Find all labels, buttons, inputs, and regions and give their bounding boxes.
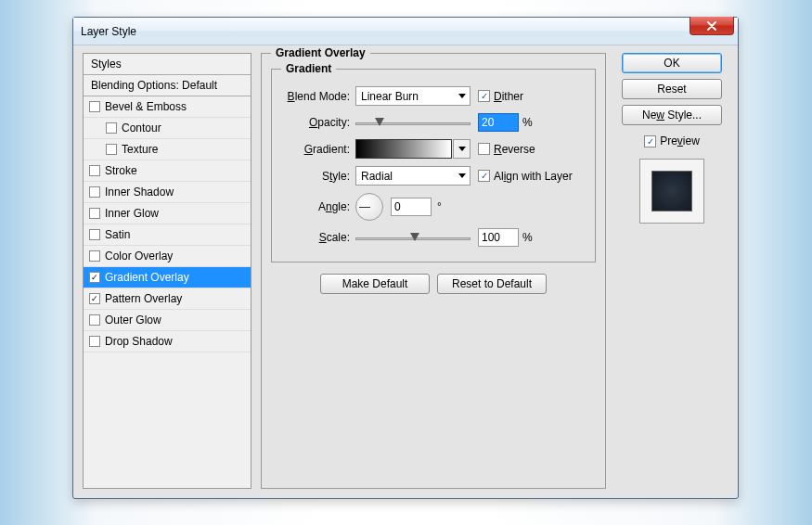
style-item-label: Stroke xyxy=(105,164,137,177)
checkbox[interactable]: ✓ xyxy=(89,272,100,283)
blend-mode-dropdown[interactable]: Linear Burn xyxy=(355,86,470,106)
layer-style-dialog: Layer Style Styles Blending Options: Def… xyxy=(72,17,739,499)
slider-thumb-icon[interactable] xyxy=(410,233,419,241)
chevron-down-icon xyxy=(458,94,466,98)
row-blend-mode: Blend Mode: Linear Burn ✓ Dither xyxy=(281,86,586,106)
reset-button[interactable]: Reset xyxy=(622,79,722,99)
align-label: Align with Layer xyxy=(494,170,573,183)
row-angle: Angle: ° xyxy=(281,193,586,221)
ok-button[interactable]: OK xyxy=(622,53,722,73)
preview-checkbox[interactable]: ✓ xyxy=(644,135,656,147)
label-angle: Angle: xyxy=(281,200,355,213)
options-panel: Gradient Overlay Gradient Blend Mode: Li… xyxy=(261,53,606,489)
label-blend-mode: Blend Mode: xyxy=(281,90,355,103)
label-style: Style: xyxy=(281,170,355,183)
row-style: Style: Radial ✓ Align with Layer xyxy=(281,166,586,186)
scale-slider[interactable] xyxy=(355,237,470,240)
new-style-button[interactable]: New Style... xyxy=(622,105,722,125)
style-item-inner-shadow[interactable]: Inner Shadow xyxy=(84,182,251,203)
style-item-label: Pattern Overlay xyxy=(105,292,182,305)
style-item-label: Color Overlay xyxy=(105,250,173,262)
checkbox[interactable] xyxy=(106,144,117,155)
window-title: Layer Style xyxy=(81,25,136,38)
row-gradient: Gradient: Reverse xyxy=(281,139,586,159)
blending-options-item[interactable]: Blending Options: Default xyxy=(84,75,251,96)
style-item-bevel-emboss[interactable]: Bevel & Emboss xyxy=(84,96,251,118)
checkbox[interactable] xyxy=(89,250,100,262)
checkbox[interactable] xyxy=(89,186,100,198)
style-item-label: Outer Glow xyxy=(105,314,161,327)
checkbox[interactable] xyxy=(89,336,100,347)
label-opacity: Opacity: xyxy=(281,116,355,129)
style-item-outer-glow[interactable]: Outer Glow xyxy=(84,310,251,331)
opacity-suffix: % xyxy=(522,116,533,129)
style-item-label: Satin xyxy=(105,228,130,241)
preview-swatch xyxy=(651,171,692,211)
style-item-pattern-overlay[interactable]: ✓ Pattern Overlay xyxy=(84,288,251,310)
chevron-down-icon xyxy=(458,173,466,178)
checkbox[interactable] xyxy=(89,208,100,219)
style-item-texture[interactable]: Texture xyxy=(84,139,251,160)
style-item-label: Drop Shadow xyxy=(105,335,173,348)
checkbox[interactable] xyxy=(106,122,117,134)
preview-box xyxy=(639,159,704,224)
checkbox[interactable]: ✓ xyxy=(89,293,100,304)
style-item-label: Bevel & Emboss xyxy=(105,100,187,113)
checkbox[interactable] xyxy=(89,165,100,176)
dither-label: Dither xyxy=(494,90,523,103)
make-default-button[interactable]: Make Default xyxy=(320,274,430,294)
opacity-slider[interactable] xyxy=(355,122,470,125)
style-item-color-overlay[interactable]: Color Overlay xyxy=(84,246,251,267)
close-icon xyxy=(707,21,716,31)
group-title: Gradient xyxy=(281,62,336,75)
dither-checkbox[interactable]: ✓ xyxy=(478,90,490,102)
checkbox[interactable] xyxy=(89,101,100,112)
style-dropdown[interactable]: Radial xyxy=(355,166,470,186)
style-item-label: Texture xyxy=(122,143,158,156)
style-item-gradient-overlay[interactable]: ✓ Gradient Overlay xyxy=(84,267,251,288)
reverse-checkbox[interactable] xyxy=(478,143,490,155)
style-item-contour[interactable]: Contour xyxy=(84,118,251,139)
label-scale: Scale: xyxy=(281,231,355,244)
gradient-group: Gradient Blend Mode: Linear Burn ✓ Dithe… xyxy=(271,69,596,262)
scale-input[interactable] xyxy=(478,228,519,247)
style-item-label: Inner Shadow xyxy=(105,186,174,198)
checkbox[interactable] xyxy=(89,229,100,240)
reverse-label: Reverse xyxy=(494,143,535,156)
angle-suffix: ° xyxy=(437,200,442,213)
titlebar: Layer Style xyxy=(73,18,738,45)
row-scale: Scale: % xyxy=(281,228,586,247)
scale-suffix: % xyxy=(522,231,533,244)
side-panel: OK Reset New Style... ✓ Preview xyxy=(615,53,728,489)
gradient-overlay-group: Gradient Overlay Gradient Blend Mode: Li… xyxy=(261,53,606,489)
style-item-inner-glow[interactable]: Inner Glow xyxy=(84,203,251,224)
style-item-label: Gradient Overlay xyxy=(105,271,189,284)
gradient-dropdown-button[interactable] xyxy=(453,139,470,159)
style-value: Radial xyxy=(361,170,393,183)
opacity-input[interactable] xyxy=(478,113,519,132)
blend-mode-value: Linear Burn xyxy=(361,90,419,103)
style-item-drop-shadow[interactable]: Drop Shadow xyxy=(84,331,251,352)
style-item-label: Inner Glow xyxy=(105,207,159,220)
styles-header[interactable]: Styles xyxy=(84,54,251,75)
reset-to-default-button[interactable]: Reset to Default xyxy=(437,274,547,294)
checkbox[interactable] xyxy=(89,314,100,326)
style-item-label: Contour xyxy=(122,122,161,134)
style-item-stroke[interactable]: Stroke xyxy=(84,160,251,182)
angle-dial[interactable] xyxy=(355,193,383,221)
style-item-satin[interactable]: Satin xyxy=(84,224,251,246)
row-opacity: Opacity: % xyxy=(281,113,586,132)
align-checkbox[interactable]: ✓ xyxy=(478,170,490,182)
preview-label: Preview xyxy=(660,134,700,147)
styles-panel: Styles Blending Options: Default Bevel &… xyxy=(83,53,251,489)
label-gradient: Gradient: xyxy=(281,143,355,156)
section-title: Gradient Overlay xyxy=(271,46,370,59)
angle-input[interactable] xyxy=(391,198,432,216)
defaults-row: Make Default Reset to Default xyxy=(271,274,596,294)
content-area: Styles Blending Options: Default Bevel &… xyxy=(83,53,728,489)
slider-thumb-icon[interactable] xyxy=(375,118,384,126)
close-button[interactable] xyxy=(690,17,734,35)
gradient-swatch[interactable] xyxy=(355,139,452,159)
